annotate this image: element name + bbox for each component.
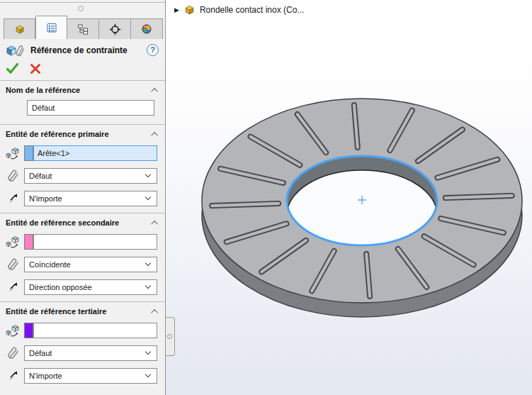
primary-entity-row: Arête<1> [1, 145, 157, 161]
solidworks-window: Référence de contrainte ? Nom de la réfé… [0, 0, 532, 395]
panel-collapse-handle[interactable] [166, 317, 175, 356]
cancel-x-button[interactable] [30, 63, 41, 74]
page-title: Référence de contrainte [30, 45, 147, 55]
collapse-chevron-icon[interactable] [151, 220, 158, 227]
tertiary-alignment-row: N'importe [1, 367, 157, 384]
dropdown-chevron-icon [145, 172, 151, 177]
secondary-entity-row [1, 233, 157, 250]
part-icon [183, 4, 196, 16]
collapse-chevron-icon[interactable] [151, 131, 158, 138]
property-manager-panel: Référence de contrainte ? Nom de la réfé… [0, 0, 166, 395]
primary-entity-field[interactable]: Arête<1> [33, 145, 157, 161]
tab-configurationmanager[interactable] [67, 18, 99, 39]
secondary-alignment-dropdown[interactable]: Direction opposée [24, 279, 157, 295]
section-primary: Entité de référence primaire [0, 125, 165, 206]
section-secondary: Entité de référence secondaire [0, 213, 165, 295]
section-tertiary-header[interactable]: Entité de référence tertiaire [0, 302, 165, 318]
alignment-arrows-icon [1, 192, 24, 204]
alignment-arrows-icon [1, 369, 24, 382]
dropdown-chevron-icon [145, 194, 151, 200]
section-name: Nom de la référence Défaut [0, 81, 165, 116]
primary-alignment-dropdown[interactable]: N'importe [24, 191, 157, 206]
dropdown-value: Coïncidente [29, 260, 71, 269]
reference-name-input[interactable]: Défaut [27, 100, 154, 116]
ok-cancel-row [0, 59, 165, 80]
manager-tabs [0, 16, 165, 39]
part-name-label[interactable]: Rondelle contact inox (Co... [200, 5, 304, 15]
splitter-grip-icon [78, 6, 84, 11]
panel-top-splitter[interactable] [0, 0, 165, 16]
dropdown-value: Défaut [29, 349, 52, 357]
tertiary-entity-row [1, 322, 157, 338]
entity-selector-icon [1, 235, 24, 249]
tertiary-entity-swatch [24, 323, 33, 338]
alignment-arrows-icon [1, 281, 24, 293]
paperclip-icon [1, 346, 24, 360]
graphics-area[interactable]: ▶ Rondelle contact inox (Co... [166, 0, 532, 395]
secondary-entity-field[interactable] [33, 234, 157, 250]
property-manager-header: Référence de contrainte ? [0, 39, 165, 59]
primary-type-row: Défaut [1, 167, 157, 184]
ok-check-button[interactable] [6, 62, 19, 74]
splitter-groove [0, 2, 165, 3]
paperclip-icon [1, 169, 24, 182]
dimxpert-target-icon [109, 23, 121, 35]
dropdown-value: N'importe [29, 372, 62, 380]
entity-selector-icon [1, 146, 24, 160]
dropdown-value: Direction opposée [29, 283, 92, 291]
dropdown-chevron-icon [145, 372, 151, 377]
section-name-header[interactable]: Nom de la référence [0, 81, 165, 96]
dropdown-value: N'importe [29, 194, 62, 203]
secondary-entity-swatch [24, 234, 33, 250]
secondary-type-dropdown[interactable]: Coïncidente [24, 257, 157, 272]
section-primary-header[interactable]: Entité de référence primaire [0, 125, 165, 140]
section-title: Entité de référence primaire [6, 130, 109, 138]
secondary-type-row: Coïncidente [1, 256, 157, 272]
mate-reference-icon [6, 43, 25, 57]
section-title: Entité de référence secondaire [6, 218, 119, 227]
section-title: Entité de référence tertiaire [6, 307, 106, 316]
tab-featuremanager[interactable] [4, 18, 35, 39]
configuration-icon [77, 23, 89, 35]
tab-propertymanager[interactable] [35, 16, 67, 39]
expand-tree-arrow[interactable]: ▶ [174, 6, 179, 13]
dropdown-chevron-icon [145, 260, 151, 266]
flyout-feature-tree: ▶ Rondelle contact inox (Co... [174, 4, 304, 16]
display-manager-ball-icon [141, 23, 152, 35]
tab-displaymanager[interactable] [131, 18, 163, 39]
help-button[interactable]: ? [147, 44, 159, 56]
primary-type-dropdown[interactable]: Défaut [24, 168, 157, 184]
entity-selector-icon [1, 323, 24, 338]
dropdown-chevron-icon [145, 283, 151, 289]
section-tertiary: Entité de référence tertiaire [0, 302, 165, 384]
tertiary-type-row: Défaut [1, 345, 157, 361]
primary-entity-swatch [24, 145, 33, 161]
dropdown-chevron-icon [145, 349, 151, 355]
tab-dimxpertmanager[interactable] [99, 18, 131, 39]
tertiary-entity-field[interactable] [33, 323, 157, 338]
section-title: Nom de la référence [6, 86, 80, 94]
paperclip-icon [1, 257, 24, 271]
washer-model[interactable] [166, 0, 532, 395]
secondary-alignment-row: Direction opposée [1, 279, 157, 295]
tertiary-alignment-dropdown[interactable]: N'importe [24, 368, 157, 384]
part-icon [14, 23, 26, 35]
section-secondary-header[interactable]: Entité de référence secondaire [0, 213, 165, 229]
tertiary-type-dropdown[interactable]: Défaut [24, 345, 157, 361]
dropdown-value: Défaut [29, 172, 52, 180]
primary-alignment-row: N'importe [1, 190, 157, 206]
collapse-chevron-icon[interactable] [151, 87, 158, 94]
splitter-grip-icon [167, 334, 172, 339]
collapse-chevron-icon[interactable] [151, 308, 158, 316]
property-manager-icon [46, 22, 57, 33]
